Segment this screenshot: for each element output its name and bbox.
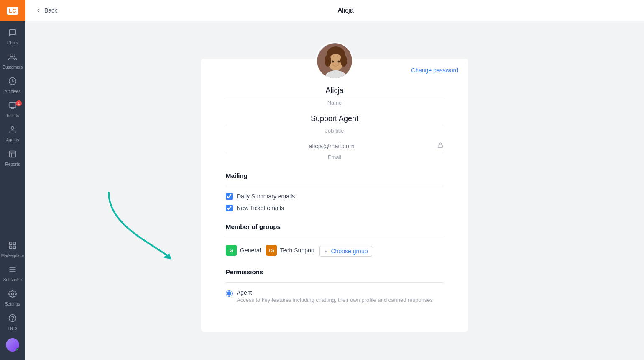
sidebar-item-customers[interactable]: Customers [0,49,25,73]
sidebar-item-marketplace-label: Marketplace [1,253,24,258]
avatar [6,338,19,352]
svg-point-5 [11,127,14,130]
svg-rect-2 [9,103,16,108]
permissions-section: Permissions Agent Access to key features… [226,268,443,303]
svg-rect-9 [10,242,12,245]
permission-agent-info: Agent Access to key features including c… [237,289,433,303]
mailing-title: Mailing [226,172,443,179]
choose-group-button[interactable]: + Choose group [319,246,372,257]
svg-point-26 [340,55,347,67]
permission-agent-desc: Access to key features including chattin… [237,297,433,303]
sidebar-item-help[interactable]: Help [0,310,25,334]
new-ticket-label: New Ticket emails [237,205,284,211]
subscribe-icon [8,265,17,276]
avatar-container [226,42,443,80]
job-title-value: Support Agent [226,114,443,126]
group-badge-general: G [226,245,237,256]
user-avatar-sidebar[interactable] [0,334,25,355]
permission-agent-row: Agent Access to key features including c… [226,289,443,303]
choose-group-label: Choose group [331,248,368,255]
svg-rect-10 [13,242,16,245]
archives-icon [8,77,17,87]
new-ticket-checkbox[interactable] [226,205,233,211]
svg-rect-12 [10,246,12,249]
topbar-title: Alicja [57,7,634,14]
mailing-section: Mailing Daily Summary emails New Ticket … [226,172,443,211]
permission-agent-label: Agent [237,289,433,296]
permission-agent-radio[interactable] [226,290,233,297]
group-tag-general: G General [226,244,261,257]
job-title-label: Job title [226,128,443,134]
online-status-dot [16,348,19,352]
sidebar-item-customers-label: Customers [3,65,23,69]
job-title-field-group: Support Agent Job title [226,114,443,134]
sidebar-bottom: Marketplace Subscribe Settings Help [0,237,25,360]
back-label: Back [44,7,57,14]
groups-divider [226,237,443,237]
email-row: alicja@mail.com [226,142,443,152]
svg-point-28 [338,61,340,63]
sidebar-item-chats-label: Chats [7,41,18,45]
group-badge-tech: TS [266,245,277,256]
email-value: alicja@mail.com [226,142,437,149]
groups-grid: G General TS Tech Support + Choose group [226,244,443,257]
email-field-group: alicja@mail.com Email [226,142,443,160]
group-tag-tech-support: TS Tech Support [266,244,315,257]
svg-point-25 [325,55,331,67]
sidebar-item-tickets[interactable]: 1 Tickets [0,97,25,121]
mailing-divider [226,186,443,186]
svg-rect-11 [13,246,16,249]
annotation-arrow [100,188,192,272]
help-icon [8,314,17,324]
svg-rect-29 [438,145,443,147]
sidebar-item-tickets-label: Tickets [6,113,19,118]
sidebar-item-archives[interactable]: Archives [0,73,25,97]
customers-icon [8,53,17,63]
sidebar-item-marketplace[interactable]: Marketplace [0,237,25,261]
email-label: Email [226,154,443,160]
name-value: Alicja [226,86,443,98]
tickets-badge: 1 [16,100,22,106]
sidebar-item-help-label: Help [8,326,17,331]
sidebar-item-subscribe-label: Subscribe [3,278,22,282]
sidebar-nav: Chats Customers Archives 1 Tickets Age [0,21,25,237]
lock-icon [437,142,443,149]
daily-summary-checkbox[interactable] [226,193,233,200]
sidebar-item-reports[interactable]: Reports [0,146,25,170]
sidebar-item-agents[interactable]: Agents [0,121,25,146]
agents-icon [8,126,17,136]
chats-icon [8,28,17,39]
sidebar: LC Chats Customers Archives 1 Ticket [0,0,25,360]
back-button[interactable]: Back [35,7,57,14]
sidebar-item-agents-label: Agents [6,138,19,142]
sidebar-item-settings[interactable]: Settings [0,285,25,310]
sidebar-item-reports-label: Reports [5,162,20,167]
name-field-group: Alicja Name [226,86,443,106]
daily-summary-label: Daily Summary emails [237,193,295,200]
sidebar-item-subscribe[interactable]: Subscribe [0,261,25,285]
sidebar-item-chats[interactable]: Chats [0,24,25,49]
main-content: Back Alicja [25,0,644,360]
plus-icon: + [324,248,327,255]
topbar: Back Alicja [25,0,644,21]
profile-avatar [316,42,353,80]
svg-point-16 [12,293,14,295]
permissions-divider [226,282,443,283]
group-label-general: General [240,247,261,254]
svg-marker-19 [163,253,171,260]
change-password-link[interactable]: Change password [411,67,458,74]
daily-summary-row: Daily Summary emails [226,193,443,200]
profile-card: Change password Alicja Name Support Agen… [201,59,468,332]
name-label: Name [226,100,443,106]
sidebar-item-archives-label: Archives [5,89,20,94]
svg-point-27 [332,61,334,63]
tickets-icon [8,101,17,112]
logo-text: LC [7,7,18,15]
new-ticket-row: New Ticket emails [226,205,443,211]
svg-point-0 [10,54,13,57]
reports-icon [8,150,17,160]
content-area: Change password Alicja Name Support Agen… [25,21,644,360]
sidebar-item-settings-label: Settings [5,302,20,306]
permissions-title: Permissions [226,268,443,275]
app-logo[interactable]: LC [0,0,25,21]
